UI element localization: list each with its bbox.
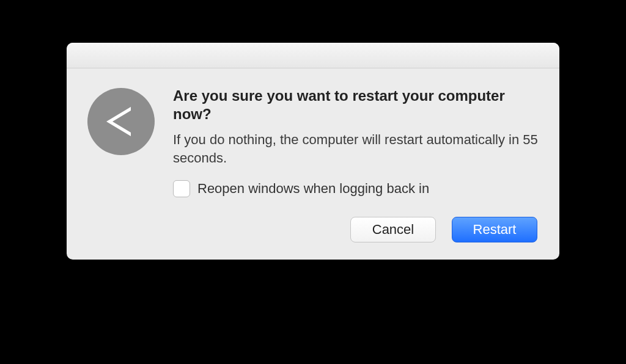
reopen-windows-label: Reopen windows when logging back in [197,181,429,197]
dialog-heading: Are you sure you want to restart your co… [173,87,540,123]
reopen-windows-checkbox[interactable] [173,180,190,197]
restart-arrow-glyph [106,107,131,136]
dialog-icon-wrap [86,87,156,242]
cancel-button[interactable]: Cancel [350,217,436,242]
dialog-text-column: Are you sure you want to restart your co… [173,87,540,242]
dialog-subtext: If you do nothing, the computer will res… [173,131,540,167]
dialog-titlebar [67,43,559,68]
restart-button[interactable]: Restart [452,217,537,242]
dialog-content: Are you sure you want to restart your co… [67,68,559,260]
restart-confirmation-dialog: Are you sure you want to restart your co… [67,43,559,260]
restart-icon [87,88,155,155]
dialog-button-row: Cancel Restart [173,217,540,242]
reopen-windows-row[interactable]: Reopen windows when logging back in [173,180,540,197]
